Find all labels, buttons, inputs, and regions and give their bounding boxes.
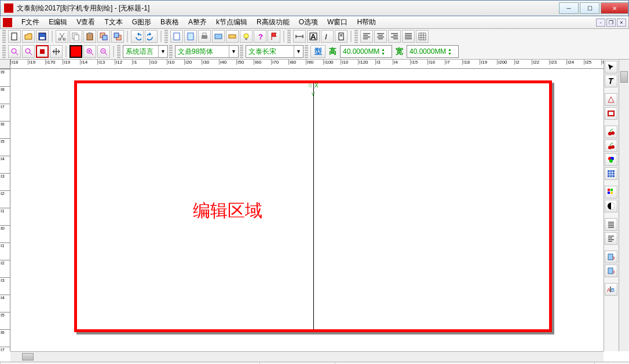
menu-node[interactable]: k节点编辑	[211, 16, 252, 28]
menu-graphic[interactable]: G图形	[127, 16, 156, 28]
grip[interactable]	[164, 30, 168, 43]
mdi-minimize[interactable]: -	[596, 19, 605, 27]
cut-plot-button[interactable]	[212, 30, 225, 43]
align-center-button[interactable]	[374, 30, 387, 43]
lines1-tool[interactable]	[605, 218, 617, 231]
paste-button[interactable]	[83, 30, 96, 43]
grip[interactable]	[117, 45, 120, 58]
new-button[interactable]	[8, 30, 21, 43]
grid-button[interactable]	[416, 30, 429, 43]
texta-button[interactable]: A	[307, 30, 320, 43]
flag-button[interactable]	[268, 30, 280, 43]
open-button[interactable]	[22, 30, 35, 43]
mdi-close[interactable]: ×	[617, 19, 626, 27]
crosshair-icon: ☆ X	[308, 82, 318, 89]
page[interactable]: ☆ X Y 编辑区域	[74, 80, 552, 332]
fill-button[interactable]	[70, 45, 82, 58]
help-button[interactable]: ?	[254, 30, 266, 43]
redo-icon	[147, 32, 155, 41]
zoomin2-button[interactable]	[83, 45, 96, 58]
zoomout2-button[interactable]	[97, 45, 110, 58]
scrollbar-horizontal[interactable]	[10, 351, 604, 362]
cut-button[interactable]	[56, 30, 68, 43]
save-icon	[38, 32, 46, 41]
lines2-tool[interactable]	[605, 232, 617, 245]
menu-options[interactable]: O选项	[294, 16, 323, 28]
scrollbar-vertical[interactable]	[619, 60, 629, 351]
menu-text[interactable]: T文本	[100, 16, 127, 28]
shape-tool[interactable]	[605, 93, 617, 106]
orderfront-button[interactable]	[97, 30, 110, 43]
font2-combo[interactable]: 文泰长宋▼	[246, 45, 303, 58]
table-tool[interactable]	[605, 167, 617, 180]
align-left-button[interactable]	[360, 30, 373, 43]
scroll-thumb[interactable]	[620, 71, 628, 83]
zoom-region-button[interactable]	[8, 45, 21, 58]
copy-button[interactable]	[70, 30, 82, 43]
height-input[interactable]: 40.0000MM▲▼	[340, 45, 392, 58]
undo-button[interactable]	[131, 30, 144, 43]
text-tool[interactable]: T	[605, 75, 617, 87]
menu-align[interactable]: A整齐	[184, 16, 211, 28]
dimension-button[interactable]	[293, 30, 306, 43]
cherry2-tool[interactable]	[605, 139, 617, 152]
grip[interactable]	[2, 45, 6, 58]
grip[interactable]	[2, 30, 6, 43]
align-justify-icon	[404, 32, 412, 41]
page-button[interactable]	[170, 30, 183, 43]
export1-tool[interactable]	[605, 251, 617, 263]
minimize-button[interactable]: ─	[559, 2, 579, 14]
export2-tool[interactable]	[605, 264, 617, 277]
pan-button[interactable]	[50, 45, 63, 58]
width-input[interactable]: 40.0000MM▲▼	[407, 45, 459, 58]
ruler-vertical[interactable]: I9I8I7I6I5I4I3I2I1I0I1I2I3I4I5I6I7I8I9	[0, 69, 10, 351]
y-label: Y	[311, 91, 314, 97]
maximize-button[interactable]: ☐	[580, 2, 599, 14]
shape-icon	[607, 95, 615, 104]
color-tool[interactable]	[605, 153, 617, 166]
toolbars: ? A I 系统语言▼ 文鼎98简体▼ 文泰长宋▼ 型 高	[0, 29, 629, 60]
menu-table[interactable]: B表格	[156, 16, 184, 28]
print-button[interactable]	[198, 30, 211, 43]
scroll-thumb[interactable]	[22, 353, 34, 361]
page2-button[interactable]	[184, 30, 197, 43]
menu-edit[interactable]: E编辑	[44, 16, 72, 28]
select-button[interactable]	[36, 45, 49, 58]
align-right-icon	[390, 32, 398, 41]
grip[interactable]	[305, 45, 308, 58]
ab-tool[interactable]: AB	[605, 283, 617, 296]
zoom-button[interactable]	[22, 45, 35, 58]
font1-combo[interactable]: 文鼎98简体▼	[175, 45, 239, 58]
cherry1-tool[interactable]	[605, 126, 617, 138]
menu-advanced[interactable]: R高级功能	[252, 16, 294, 28]
menu-file[interactable]: F文件	[17, 16, 44, 28]
grip[interactable]	[240, 45, 243, 58]
align-right-button[interactable]	[388, 30, 401, 43]
arrow-tool[interactable]	[605, 61, 617, 73]
italic-button[interactable]: I	[321, 30, 334, 43]
grip[interactable]	[169, 45, 173, 58]
grip[interactable]	[354, 30, 358, 43]
align-justify-button[interactable]	[402, 30, 415, 43]
ruler-horizontal[interactable]: I18I19I170I19I14I13I12I1I10I10I20I30I40I…	[10, 60, 604, 69]
save-button[interactable]	[36, 30, 49, 43]
dropdown-icon: ▼	[158, 46, 167, 57]
bulb-button[interactable]	[240, 30, 253, 43]
redo-button[interactable]	[145, 30, 158, 43]
rect-tool[interactable]	[605, 107, 617, 120]
grip[interactable]	[287, 30, 291, 43]
canvas[interactable]: ☆ X Y 编辑区域	[10, 69, 604, 351]
type-button[interactable]: 型	[310, 45, 326, 58]
menu-window[interactable]: W窗口	[323, 16, 352, 28]
palette-tool[interactable]	[605, 186, 617, 198]
ruler-button[interactable]	[226, 30, 239, 43]
menu-help[interactable]: H帮助	[352, 16, 381, 28]
lang-combo[interactable]: 系统语言▼	[123, 45, 168, 58]
mdi-restore[interactable]: ❐	[606, 19, 616, 27]
contrast-tool[interactable]	[605, 200, 617, 212]
menu-view[interactable]: V查看	[72, 16, 100, 28]
cherry2-icon	[607, 142, 615, 150]
docview-button[interactable]	[335, 30, 348, 43]
close-button[interactable]: ✕	[601, 2, 628, 14]
orderback-button[interactable]	[111, 30, 124, 43]
